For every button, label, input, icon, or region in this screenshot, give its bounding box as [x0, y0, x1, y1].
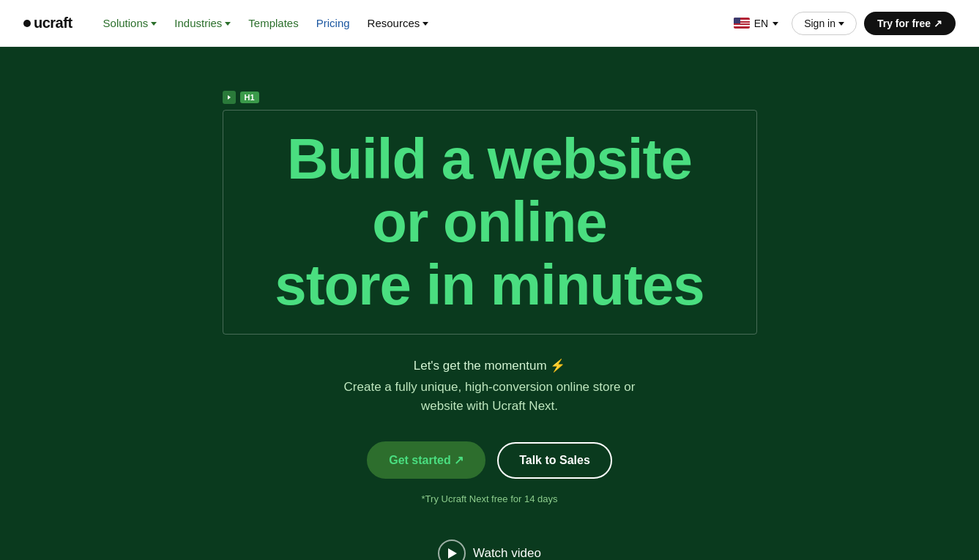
- logo-dot: [23, 20, 31, 27]
- svg-marker-0: [228, 95, 231, 100]
- hero-subtext-desc: Create a fully unique, high-conversion o…: [344, 378, 636, 415]
- play-circle-icon: [438, 540, 466, 560]
- logo-text: ucraft: [34, 15, 72, 31]
- flag-icon: [734, 18, 750, 29]
- chevron-down-icon: [423, 22, 428, 26]
- h1-badge-row: H1: [223, 91, 757, 104]
- nav-right: EN Sign in Try for free ↗: [728, 12, 956, 35]
- trial-note: *Try Ucraft Next free for 14 days: [422, 493, 558, 504]
- talk-to-sales-button[interactable]: Talk to Sales: [497, 442, 612, 479]
- sign-in-button[interactable]: Sign in: [792, 12, 857, 35]
- nav-item-resources[interactable]: Resources: [360, 12, 436, 34]
- cta-row: Get started ↗ Talk to Sales: [367, 441, 612, 479]
- chevron-down-icon: [773, 22, 778, 26]
- navbar: ucraft Solutions Industries Templates Pr…: [0, 0, 979, 47]
- nav-item-templates[interactable]: Templates: [241, 12, 305, 34]
- nav-links: Solutions Industries Templates Pricing R…: [96, 12, 728, 34]
- chevron-down-icon: [838, 22, 844, 26]
- get-started-button[interactable]: Get started ↗: [367, 441, 485, 479]
- arrow-badge[interactable]: [223, 91, 236, 104]
- watch-video-button[interactable]: Watch video: [438, 540, 541, 560]
- headline-box: Build a website or online store in minut…: [223, 110, 757, 335]
- hero-headline: Build a website or online store in minut…: [253, 128, 727, 316]
- try-for-free-button[interactable]: Try for free ↗: [864, 12, 956, 35]
- hero-subtext: Let's get the momentum ⚡ Create a fully …: [344, 358, 636, 415]
- chevron-down-icon: [225, 22, 231, 26]
- h1-tag: H1: [240, 92, 259, 103]
- logo[interactable]: ucraft: [23, 15, 72, 31]
- play-triangle-icon: [448, 548, 457, 559]
- chevron-down-icon: [151, 22, 157, 26]
- nav-item-industries[interactable]: Industries: [167, 12, 238, 34]
- language-selector[interactable]: EN: [728, 15, 784, 32]
- nav-item-solutions[interactable]: Solutions: [96, 12, 165, 34]
- hero-section: H1 Build a website or online store in mi…: [0, 47, 979, 560]
- nav-item-pricing[interactable]: Pricing: [309, 12, 357, 34]
